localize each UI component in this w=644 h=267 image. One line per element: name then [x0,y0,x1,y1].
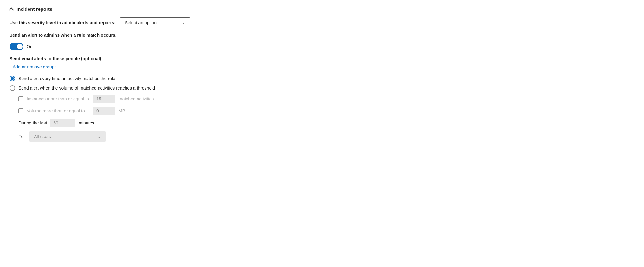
instances-input[interactable] [93,95,115,103]
toggle-label: On [27,44,33,49]
severity-dropdown[interactable]: Select an option ⌄ [120,17,190,28]
add-remove-groups-link[interactable]: Add or remove groups [10,64,57,69]
instances-label: Instances more than or equal to [27,96,90,101]
chevron-down-icon: ⌄ [182,21,185,25]
alert-toggle[interactable] [10,43,23,50]
during-label: During the last [18,120,47,125]
severity-label: Use this severity level in admin alerts … [10,20,116,25]
volume-checkbox[interactable] [18,108,23,113]
during-input[interactable] [50,119,75,127]
toggle-row: On [10,43,634,50]
toggle-thumb [17,44,23,49]
radio-every-time[interactable] [10,76,15,81]
radio-threshold-label: Send alert when the volume of matched ac… [18,86,155,91]
instances-suffix: matched activities [119,96,154,101]
for-label: For [18,134,25,139]
during-row: During the last minutes [10,119,634,127]
for-chevron-down-icon: ⌄ [97,134,101,139]
email-section-label: Send email alerts to these people (optio… [10,56,634,61]
alert-admin-label: Send an alert to admins when a rule matc… [10,33,634,38]
volume-label: Volume more than or equal to [27,108,90,113]
volume-row: Volume more than or equal to MB [18,107,634,115]
volume-suffix: MB [119,108,125,113]
for-row: For All users ⌄ [10,131,634,142]
section-title: Incident reports [16,6,52,12]
section-header: Incident reports [10,6,634,12]
volume-input[interactable] [93,107,115,115]
radio-threshold-row: Send alert when the volume of matched ac… [10,85,634,91]
for-dropdown-value: All users [34,134,51,139]
toggle-track [10,43,23,50]
during-suffix: minutes [79,120,94,125]
radio-every-time-label: Send alert every time an activity matche… [18,76,115,81]
radio-threshold[interactable] [10,85,15,91]
severity-dropdown-value: Select an option [125,20,157,25]
severity-row: Use this severity level in admin alerts … [10,17,634,28]
threshold-section: Instances more than or equal to matched … [10,95,634,115]
for-dropdown[interactable]: All users ⌄ [29,131,106,142]
radio-every-time-row: Send alert every time an activity matche… [10,76,634,81]
instances-checkbox[interactable] [18,96,23,101]
instances-row: Instances more than or equal to matched … [18,95,634,103]
chevron-up-icon[interactable] [10,7,14,11]
